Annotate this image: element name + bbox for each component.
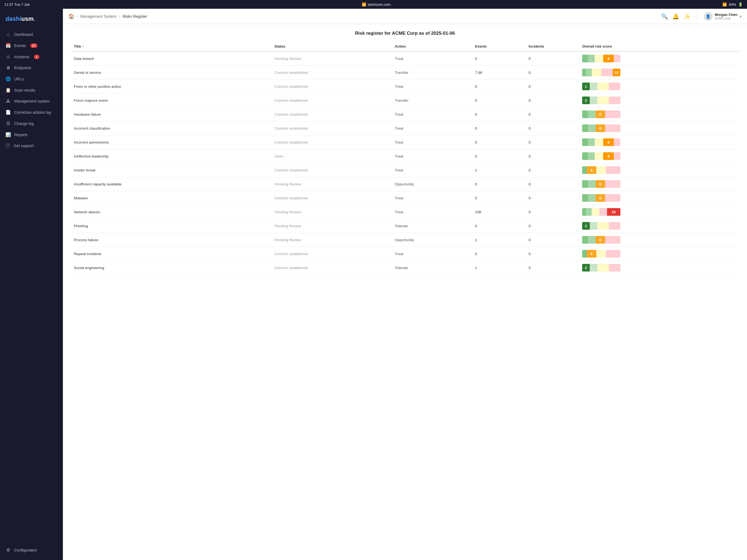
cell-action: Treat [391,149,472,163]
sidebar-item-incidents[interactable]: ⚠ Incidents 1 [0,51,63,62]
avatar: 👤 [704,12,713,21]
battery-icon: 🔋 [738,2,743,6]
cell-title: Ineffective leadership [71,149,271,163]
cell-title: Denial of service [71,66,271,80]
changelog-icon: ☰ [5,121,11,126]
breadcrumb-risks[interactable]: Risks Register [123,14,147,19]
sidebar-item-configuration[interactable]: ⚙ Configuration [0,544,63,556]
cell-status: Controls established [271,107,391,121]
cell-title: Fines or other punitive action [71,80,271,94]
cell-risk-score: 9 [579,149,739,163]
table-row[interactable]: Ineffective leadership Open Treat 0 0 9 [71,149,739,163]
sidebar-item-get-support[interactable]: ? Get support [0,140,63,151]
breadcrumb-management[interactable]: Management System [80,14,117,19]
cell-incidents: 0 [525,121,579,135]
user-name: Morgan Chen [715,12,738,17]
cell-action: Treat [391,247,472,261]
cell-title: Hardware failure [71,107,271,121]
cell-status: Pending Review [271,219,391,233]
topbar-actions: 🔍 🔔 ✨ 👤 Morgan Chen ACME Corp ▾ [661,12,742,21]
cell-events: 1 [472,261,525,275]
cell-status: Controls established [271,66,391,80]
logo-dashi: dashi [5,15,21,22]
cell-status: Pending Review [271,51,391,66]
cell-risk-score: 6 [579,107,739,121]
table-row[interactable]: Incorrect classification Controls establ… [71,121,739,135]
cell-events: 0 [472,191,525,205]
ai-icon[interactable]: ✨ [684,13,690,20]
cell-risk-score: 6 [579,121,739,135]
sidebar-item-events[interactable]: 📅 Events 27 [0,40,63,51]
dashboard-icon: ⌂ [5,32,11,37]
cell-risk-score: 4 [579,163,739,177]
cell-status: Controls established [271,191,391,205]
table-row[interactable]: Network attacks Pending Review Treat 10K… [71,205,739,219]
col-title[interactable]: Title [71,42,271,51]
cell-title: Network attacks [71,205,271,219]
cell-risk-score: 6 [579,233,739,247]
sidebar-item-dashboard[interactable]: ⌂ Dashboard [0,29,63,40]
cell-incidents: 0 [525,191,579,205]
management-icon: 🖧 [5,99,11,104]
user-details: Morgan Chen ACME Corp [715,12,738,20]
cell-risk-score: 25 [579,205,739,219]
table-header-row: Title Status Action Events Incidents Ove… [71,42,739,51]
sidebar-label-endpoints: Endpoints [14,66,31,70]
notification-icon[interactable]: 🔔 [672,13,679,20]
incidents-icon: ⚠ [5,54,11,59]
table-row[interactable]: Process failure Pending Review Opportuni… [71,233,739,247]
topbar: 🏠 › Management System › Risks Register 🔍… [63,9,747,24]
col-status[interactable]: Status [271,42,391,51]
table-row[interactable]: Data breach Pending Review Treat 0 0 8 [71,51,739,66]
cell-title: Incorrect permissions [71,135,271,149]
col-events[interactable]: Events [472,42,525,51]
user-company: ACME Corp [715,17,738,20]
cell-status: Pending Review [271,177,391,191]
cell-action: Treat [391,121,472,135]
sidebar-item-reports[interactable]: 📊 Reports [0,129,63,140]
table-row[interactable]: Force majeure event Controls established… [71,94,739,107]
sidebar-label-reports: Reports [14,133,28,137]
incidents-badge: 1 [34,55,40,59]
table-row[interactable]: Insufficient capacity available Pending … [71,177,739,191]
table-row[interactable]: Malware Controls established Treat 0 0 6 [71,191,739,205]
reports-icon: 📊 [5,132,11,137]
cell-status: Pending Review [271,205,391,219]
sidebar-item-scan-results[interactable]: 📋 Scan results [0,84,63,96]
table-row[interactable]: Incorrect permissions Controls establish… [71,135,739,149]
table-row[interactable]: Hardware failure Controls established Tr… [71,107,739,121]
sidebar-item-endpoints[interactable]: 🖥 Endpoints [0,62,63,73]
table-row[interactable]: Fines or other punitive action Controls … [71,80,739,94]
cell-risk-score: 6 [579,191,739,205]
corrective-icon: 📄 [5,110,11,115]
user-info[interactable]: 👤 Morgan Chen ACME Corp ▾ [704,12,742,21]
cell-action: Tolerate [391,261,472,275]
home-icon[interactable]: 🏠 [68,14,74,19]
col-risk-score[interactable]: Overall risk score [579,42,739,51]
cell-title: Incorrect classification [71,121,271,135]
cell-events: 0 [472,149,525,163]
events-icon: 📅 [5,43,11,48]
search-icon[interactable]: 🔍 [661,13,668,20]
cell-events: 1 [472,233,525,247]
cell-events: 0 [472,107,525,121]
sidebar-item-management-system[interactable]: 🖧 Management system [0,96,63,107]
col-action[interactable]: Action [391,42,472,51]
sidebar-label-urls: URLs [14,77,24,81]
sidebar-item-urls[interactable]: 🌐 URLs [0,73,63,84]
cell-events: 1 [472,163,525,177]
table-row[interactable]: Repeat incidents Controls established Tr… [71,247,739,261]
table-row[interactable]: Social engineering Controls established … [71,261,739,275]
breadcrumb-sep-1: › [77,14,78,19]
cell-status: Controls established [271,94,391,107]
sidebar-item-change-log[interactable]: ☰ Change log [0,118,63,129]
cell-title: Insider threat [71,163,271,177]
cell-incidents: 0 [525,94,579,107]
table-row[interactable]: Insider threat Controls established Trea… [71,163,739,177]
col-incidents[interactable]: Incidents [525,42,579,51]
cell-title: Phishing [71,219,271,233]
table-row[interactable]: Denial of service Controls established T… [71,66,739,80]
sidebar-item-corrective-actions[interactable]: 📄 Corrective actions log [0,107,63,118]
cell-title: Malware [71,191,271,205]
table-row[interactable]: Phishing Pending Review Tolerate 0 0 2 [71,219,739,233]
